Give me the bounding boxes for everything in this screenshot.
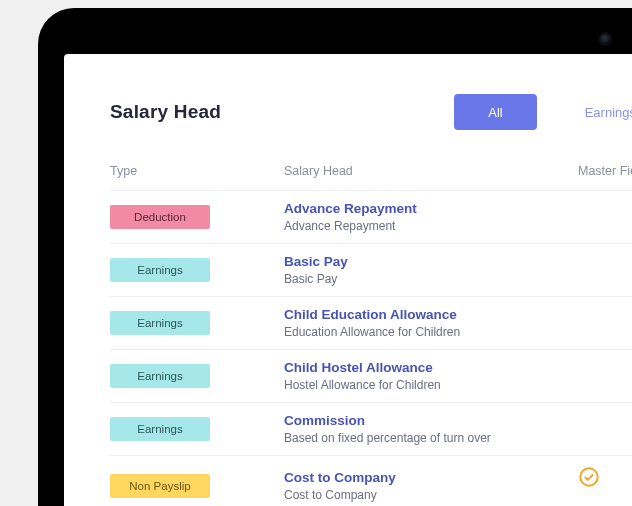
col-header-master: Master Field xyxy=(578,164,632,178)
cell-master-field xyxy=(578,466,632,506)
cell-salary-head: Child Hostel AllowanceHostel Allowance f… xyxy=(284,360,578,392)
type-badge-earnings: Earnings xyxy=(110,311,210,335)
salary-head-name[interactable]: Basic Pay xyxy=(284,254,578,269)
salary-head-name[interactable]: Child Hostel Allowance xyxy=(284,360,578,375)
salary-head-name[interactable]: Advance Repayment xyxy=(284,201,578,216)
filter-tabs: All Earnings xyxy=(454,94,632,130)
type-badge-nonpayslip: Non Payslip xyxy=(110,474,210,498)
salary-head-table: Type Salary Head Master Field DeductionA… xyxy=(110,164,632,506)
table-row[interactable]: Non PayslipCost to CompanyCost to Compan… xyxy=(110,455,632,506)
type-badge-earnings: Earnings xyxy=(110,258,210,282)
cell-type: Earnings xyxy=(110,311,284,335)
cell-type: Deduction xyxy=(110,205,284,229)
type-badge-earnings: Earnings xyxy=(110,364,210,388)
col-header-type: Type xyxy=(110,164,284,178)
cell-salary-head: CommissionBased on fixed percentage of t… xyxy=(284,413,578,445)
table-row[interactable]: DeductionAdvance RepaymentAdvance Repaym… xyxy=(110,190,632,243)
salary-head-sub: Advance Repayment xyxy=(284,219,578,233)
table-body: DeductionAdvance RepaymentAdvance Repaym… xyxy=(110,190,632,506)
cell-type: Earnings xyxy=(110,417,284,441)
app-content: Salary Head All Earnings Type Salary Hea… xyxy=(64,54,632,506)
svg-point-0 xyxy=(580,468,597,485)
salary-head-name[interactable]: Cost to Company xyxy=(284,470,578,485)
table-header: Type Salary Head Master Field xyxy=(110,164,632,190)
salary-head-name[interactable]: Child Education Allowance xyxy=(284,307,578,322)
table-row[interactable]: EarningsCommissionBased on fixed percent… xyxy=(110,402,632,455)
screen: Salary Head All Earnings Type Salary Hea… xyxy=(64,54,632,506)
cell-salary-head: Basic PayBasic Pay xyxy=(284,254,578,286)
salary-head-sub: Basic Pay xyxy=(284,272,578,286)
salary-head-name[interactable]: Commission xyxy=(284,413,578,428)
salary-head-sub: Hostel Allowance for Children xyxy=(284,378,578,392)
cell-salary-head: Child Education AllowanceEducation Allow… xyxy=(284,307,578,339)
table-row[interactable]: EarningsChild Education AllowanceEducati… xyxy=(110,296,632,349)
cell-type: Earnings xyxy=(110,364,284,388)
cell-salary-head: Advance RepaymentAdvance Repayment xyxy=(284,201,578,233)
page-title: Salary Head xyxy=(110,101,221,123)
cell-type: Earnings xyxy=(110,258,284,282)
type-badge-earnings: Earnings xyxy=(110,417,210,441)
salary-head-sub: Cost to Company xyxy=(284,488,578,502)
table-row[interactable]: EarningsChild Hostel AllowanceHostel All… xyxy=(110,349,632,402)
type-badge-deduction: Deduction xyxy=(110,205,210,229)
check-circle-icon xyxy=(578,466,632,488)
table-row[interactable]: EarningsBasic PayBasic Pay xyxy=(110,243,632,296)
salary-head-sub: Based on fixed percentage of turn over xyxy=(284,431,578,445)
cell-salary-head: Cost to CompanyCost to Company xyxy=(284,470,578,502)
cell-type: Non Payslip xyxy=(110,474,284,498)
device-frame: Salary Head All Earnings Type Salary Hea… xyxy=(38,8,632,506)
col-header-salary-head: Salary Head xyxy=(284,164,578,178)
tab-all[interactable]: All xyxy=(454,94,536,130)
tab-earnings[interactable]: Earnings xyxy=(551,94,632,130)
page-header: Salary Head All Earnings xyxy=(110,94,632,130)
salary-head-sub: Education Allowance for Children xyxy=(284,325,578,339)
